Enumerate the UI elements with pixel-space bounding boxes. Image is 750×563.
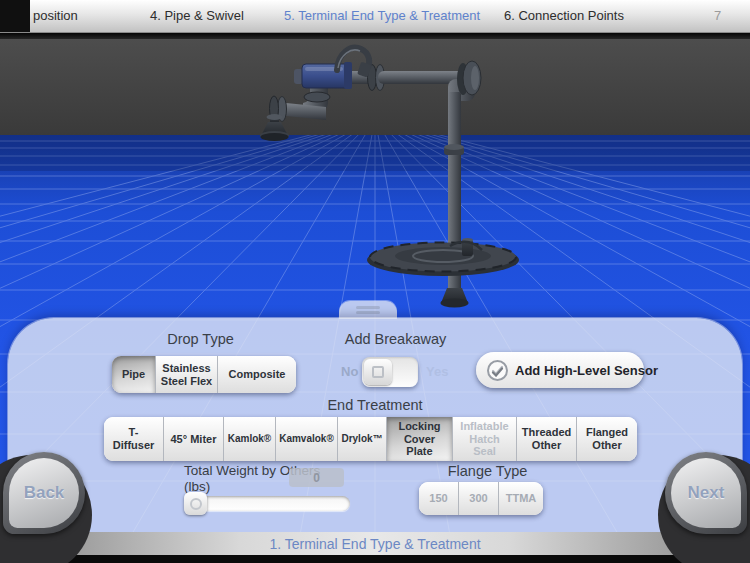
panel-drag-handle[interactable] (339, 301, 397, 319)
end-treatment-option-t-diffuser[interactable]: T-Diffuser (104, 417, 164, 461)
loading-arm-configurator: Drop Type Pipe Stainless Steel Flex Comp… (0, 0, 750, 563)
add-breakaway-label: Add Breakaway (308, 331, 483, 347)
tab-position[interactable]: position (33, 0, 78, 32)
flange-type-option-150: 150 (419, 482, 459, 515)
flange-type-label: Flange Type (380, 463, 595, 479)
drop-type-option-stainless-steel-flex[interactable]: Stainless Steel Flex (156, 356, 218, 393)
drop-type-option-pipe[interactable]: Pipe (112, 356, 156, 393)
flange-type-segmented-control: 150 300 TTMA (419, 482, 543, 515)
tab-seven[interactable]: 7 (714, 0, 721, 32)
tab-bar-left-block (0, 0, 30, 32)
end-treatment-option-threaded-other[interactable]: Threaded Other (517, 417, 577, 461)
flange-type-option-300: 300 (459, 482, 499, 515)
wizard-tab-bar: position 4. Pipe & Swivel 5. Terminal En… (0, 0, 750, 33)
options-panel: Drop Type Pipe Stainless Steel Flex Comp… (8, 318, 742, 532)
status-text: 1. Terminal End Type & Treatment (269, 536, 480, 552)
end-treatment-option-inflatable-hatch-seal: Inflatable Hatch Seal (453, 417, 517, 461)
breakaway-on-label: Yes (426, 364, 448, 379)
breakaway-toggle[interactable] (362, 357, 418, 387)
drop-type-option-composite[interactable]: Composite (218, 356, 296, 393)
breakaway-toggle-knob[interactable] (364, 359, 392, 385)
status-bar: 1. Terminal End Type & Treatment (0, 532, 750, 555)
weight-slider-track[interactable] (184, 496, 350, 511)
tab-terminal-end-type[interactable]: 5. Terminal End Type & Treatment (284, 0, 480, 32)
checkmark-icon (487, 360, 508, 381)
viewport-wall[interactable] (0, 39, 750, 135)
end-treatment-option-flanged-other[interactable]: Flanged Other (577, 417, 637, 461)
sensor-button-label: Add High-Level Sensor (515, 363, 658, 378)
back-button-label: Back (24, 483, 65, 503)
drop-type-segmented-control: Pipe Stainless Steel Flex Composite (112, 356, 296, 393)
weight-value-display: 0 (289, 468, 344, 487)
end-treatment-option-locking-cover-plate[interactable]: Locking Cover Plate (387, 417, 453, 461)
back-button[interactable]: Back (3, 452, 85, 534)
end-treatment-label: End Treatment (8, 397, 742, 413)
handle-line (356, 306, 380, 309)
end-treatment-option-kamlok[interactable]: Kamlok® (224, 417, 276, 461)
handle-line (356, 311, 380, 314)
flange-type-option-ttma: TTMA (499, 482, 543, 515)
add-high-level-sensor-button[interactable]: Add High-Level Sensor (476, 352, 644, 388)
end-treatment-option-drylok[interactable]: Drylok™ (338, 417, 387, 461)
weight-slider-knob[interactable] (184, 492, 207, 515)
drop-type-label: Drop Type (103, 331, 298, 347)
end-treatment-segmented-control: T-Diffuser 45° Miter Kamlok® Kamvalok® D… (104, 417, 637, 461)
end-treatment-option-kamvalok[interactable]: Kamvalok® (276, 417, 338, 461)
breakaway-off-label: No (341, 364, 358, 379)
tab-pipe-and-swivel[interactable]: 4. Pipe & Swivel (150, 0, 244, 32)
bottom-black-strip (0, 555, 750, 563)
next-button[interactable]: Next (665, 452, 747, 534)
viewport-top-shadow (0, 32, 750, 39)
end-treatment-option-45-miter[interactable]: 45° Miter (164, 417, 224, 461)
next-button-label: Next (688, 483, 725, 503)
tab-connection-points[interactable]: 6. Connection Points (504, 0, 624, 32)
